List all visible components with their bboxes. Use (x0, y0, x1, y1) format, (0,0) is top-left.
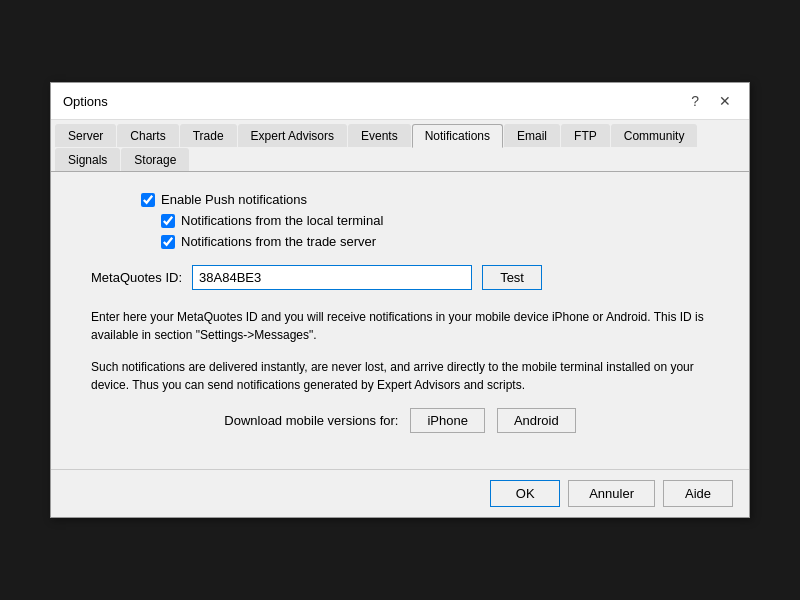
enable-push-label: Enable Push notifications (161, 192, 307, 207)
info-text-2: Such notifications are delivered instant… (81, 358, 719, 394)
help-button[interactable]: ? (685, 91, 705, 111)
test-button[interactable]: Test (482, 265, 542, 290)
from-trade-server-row: Notifications from the trade server (161, 234, 719, 249)
iphone-button[interactable]: iPhone (410, 408, 484, 433)
options-dialog: Options ? ✕ ServerChartsTradeExpert Advi… (50, 82, 750, 518)
tab-charts[interactable]: Charts (117, 124, 178, 147)
tab-server[interactable]: Server (55, 124, 116, 147)
cancel-button[interactable]: Annuler (568, 480, 655, 507)
window-title: Options (63, 94, 108, 109)
title-bar: Options ? ✕ (51, 83, 749, 120)
tab-ftp[interactable]: FTP (561, 124, 610, 147)
tab-notifications[interactable]: Notifications (412, 124, 503, 148)
tabs-bar: ServerChartsTradeExpert AdvisorsEventsNo… (51, 120, 749, 172)
enable-push-row: Enable Push notifications (141, 192, 719, 207)
android-button[interactable]: Android (497, 408, 576, 433)
title-bar-controls: ? ✕ (685, 91, 737, 111)
from-trade-server-checkbox[interactable] (161, 235, 175, 249)
tab-storage[interactable]: Storage (121, 148, 189, 171)
tab-community[interactable]: Community (611, 124, 698, 147)
tab-email[interactable]: Email (504, 124, 560, 147)
metaquotes-field-row: MetaQuotes ID: Test (91, 265, 719, 290)
info-text-1: Enter here your MetaQuotes ID and you wi… (81, 308, 719, 344)
tab-signals[interactable]: Signals (55, 148, 120, 171)
download-label: Download mobile versions for: (224, 413, 398, 428)
ok-button[interactable]: OK (490, 480, 560, 507)
notifications-content: Enable Push notifications Notifications … (51, 172, 749, 469)
enable-push-checkbox[interactable] (141, 193, 155, 207)
from-local-terminal-row: Notifications from the local terminal (161, 213, 719, 228)
download-row: Download mobile versions for: iPhone And… (81, 408, 719, 433)
from-local-terminal-label: Notifications from the local terminal (181, 213, 383, 228)
aide-button[interactable]: Aide (663, 480, 733, 507)
close-button[interactable]: ✕ (713, 91, 737, 111)
tab-trade[interactable]: Trade (180, 124, 237, 147)
tab-expert-advisors[interactable]: Expert Advisors (238, 124, 347, 147)
metaquotes-id-input[interactable] (192, 265, 472, 290)
tab-events[interactable]: Events (348, 124, 411, 147)
checkbox-group: Enable Push notifications Notifications … (141, 192, 719, 249)
footer: OK Annuler Aide (51, 469, 749, 517)
from-local-terminal-checkbox[interactable] (161, 214, 175, 228)
metaquotes-id-label: MetaQuotes ID: (91, 270, 182, 285)
from-trade-server-label: Notifications from the trade server (181, 234, 376, 249)
